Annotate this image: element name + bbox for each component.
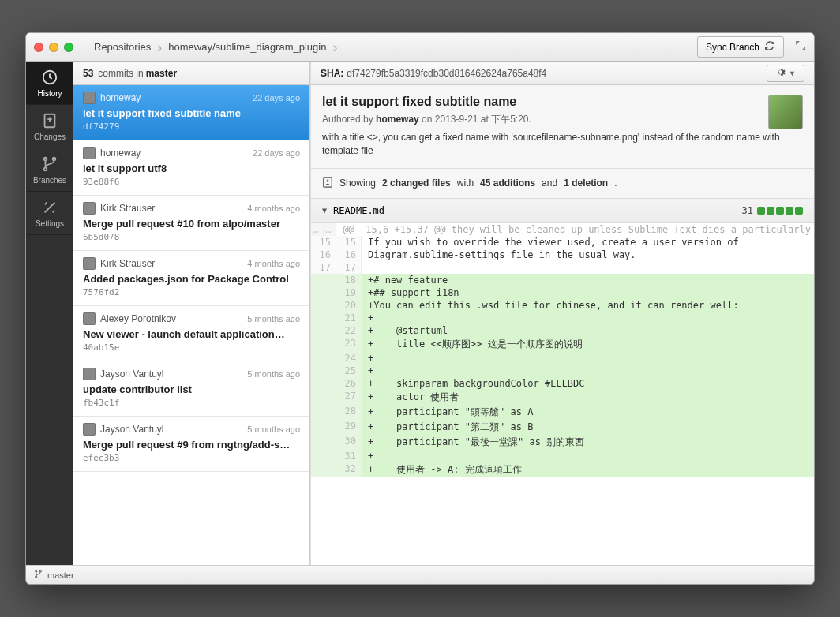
diff-code: +	[362, 352, 814, 365]
commit-author: Jayson Vantuyl	[100, 424, 242, 435]
chevron-down-icon: ▼	[789, 69, 796, 77]
old-line-no	[311, 365, 336, 377]
sidebar-label: History	[37, 89, 62, 98]
commit-list: 53 commits in master homeway 22 days ago…	[73, 62, 310, 565]
new-line-no: 25	[336, 365, 362, 377]
commit-item[interactable]: Jayson Vantuyl 5 months ago Merge pull r…	[73, 417, 309, 472]
statusbar: master	[26, 565, 814, 584]
breadcrumb-repo[interactable]: homeway/sublime_diagram_plugin	[162, 39, 332, 55]
commit-list-header: 53 commits in master	[73, 62, 309, 85]
diff-code: + actor 使用者	[362, 390, 814, 405]
old-line-no: 15	[311, 236, 336, 249]
commit-author: Jayson Vantuyl	[100, 368, 242, 380]
sha-label: SHA:	[321, 68, 343, 79]
diff-line: 29 + participant "第二類" as B	[311, 420, 814, 435]
diff-code: + participant "最後一堂課" as 别的東西	[362, 435, 814, 450]
diff-code: +# new feature	[362, 274, 814, 286]
commit-title: let it support utf8	[83, 163, 300, 174]
sidebar-item-changes[interactable]: Changes	[26, 105, 73, 148]
sidebar-item-history[interactable]: History	[26, 62, 73, 105]
old-line-no	[311, 390, 336, 405]
new-line-no: 17	[336, 261, 362, 274]
diff-line: 20 +You can edit this .wsd file for chin…	[311, 299, 814, 312]
commit-item[interactable]: Jayson Vantuyl 5 months ago update contr…	[73, 361, 309, 417]
avatar	[83, 202, 96, 215]
sync-branch-label: Sync Branch	[706, 42, 759, 53]
old-line-no	[311, 324, 336, 337]
commit-item[interactable]: Alexey Porotnikov 5 months ago New viewe…	[73, 306, 309, 361]
diff-code: + 使用者 -> A: 完成這項工作	[362, 462, 814, 477]
author-avatar	[768, 95, 803, 129]
new-line-no: 32	[336, 462, 362, 477]
zoom-button[interactable]	[64, 43, 73, 52]
commit-message: with a title <>, you can get a fixed nam…	[322, 131, 803, 159]
diff-code: +	[362, 365, 814, 377]
settings-icon	[41, 199, 58, 218]
diff-file-header[interactable]: ▼ README.md 31	[311, 199, 814, 223]
diff-line: 21 +	[311, 312, 814, 324]
commit-sha: 93e88f6	[83, 177, 300, 187]
commits-in-label: commits in	[98, 68, 143, 79]
diff-line: 15 15 If you wish to override the viewer…	[311, 236, 814, 249]
commit-item[interactable]: Kirk Strauser 4 months ago Added package…	[73, 251, 309, 306]
commit-title: New viewer - launch default application…	[83, 328, 300, 340]
diff-code: +	[362, 312, 814, 324]
commit-title: Merge pull request #9 from rngtng/add-s…	[83, 439, 300, 451]
new-line-no: 20	[336, 299, 362, 312]
diff-line: 19 +## support i18n	[311, 286, 814, 299]
new-line-no: 27	[336, 390, 362, 405]
commit-item[interactable]: homeway 22 days ago let it support utf8 …	[73, 140, 309, 196]
commit-options-button[interactable]: ▼	[767, 65, 804, 82]
diff-code: + skinparam backgroundColor #EEEBDC	[362, 377, 814, 390]
sidebar-item-settings[interactable]: Settings	[26, 192, 73, 235]
commit-detail-body: let it support fixed subtitle name Autho…	[311, 85, 814, 169]
commit-time: 4 months ago	[247, 204, 300, 213]
commit-sha: 6b5d078	[83, 232, 300, 242]
history-icon	[41, 69, 58, 88]
fullscreen-button[interactable]	[795, 40, 806, 54]
breadcrumb-root[interactable]: Repositories	[88, 39, 157, 55]
avatar	[83, 257, 96, 270]
avatar	[83, 423, 96, 436]
new-line-no: 16	[336, 249, 362, 261]
commit-detail: SHA: df74279fb5a3319fcdb30d816462624a765…	[310, 62, 814, 565]
commit-sha: efec3b3	[83, 453, 300, 463]
sidebar-label: Branches	[33, 176, 66, 185]
avatar	[83, 368, 96, 380]
detail-header: SHA: df74279fb5a3319fcdb30d816462624a765…	[311, 62, 814, 85]
sidebar-item-branches[interactable]: Branches	[26, 148, 73, 192]
svg-point-8	[36, 576, 37, 578]
diff-line: 24 +	[311, 352, 814, 365]
close-button[interactable]	[34, 43, 43, 52]
old-line-no	[311, 299, 336, 312]
file-name: README.md	[333, 205, 384, 216]
commit-sha: fb43c1f	[83, 398, 300, 408]
diff-icon	[322, 177, 333, 190]
diff-code: + @startuml	[362, 324, 814, 337]
diff-body[interactable]: … … @@ -15,6 +15,37 @@ they will be clea…	[311, 223, 814, 565]
commit-sha: df74279	[83, 122, 300, 132]
branch-name: master	[146, 68, 177, 79]
sha-value: df74279fb5a3319fcdb30d816462624a765a48f4	[347, 68, 546, 79]
commit-count: 53	[83, 68, 93, 79]
diff-line: 18 +# new feature	[311, 274, 814, 286]
commit-item[interactable]: homeway 22 days ago let it support fixed…	[73, 85, 309, 140]
chevron-right-icon: ›	[332, 40, 337, 54]
old-line-no	[311, 450, 336, 462]
commit-title: Merge pull request #10 from alpo/master	[83, 218, 300, 230]
disclosure-triangle-icon: ▼	[322, 206, 327, 215]
commit-time: 22 days ago	[253, 93, 300, 103]
diff-line: 27 + actor 使用者	[311, 390, 814, 405]
new-line-no: 15	[336, 236, 362, 249]
commit-title: let it support fixed subtitle name	[83, 107, 300, 119]
gear-icon	[775, 67, 786, 80]
changes-icon	[41, 112, 58, 131]
sync-branch-button[interactable]: Sync Branch	[697, 36, 784, 58]
diff-line: 26 + skinparam backgroundColor #EEEBDC	[311, 377, 814, 390]
current-branch[interactable]: master	[47, 570, 74, 580]
commit-title: update contributor list	[83, 383, 300, 395]
new-line-no: …	[324, 223, 336, 236]
commit-item[interactable]: Kirk Strauser 4 months ago Merge pull re…	[73, 196, 309, 251]
minimize-button[interactable]	[49, 43, 58, 52]
commit-author: Kirk Strauser	[100, 258, 242, 269]
